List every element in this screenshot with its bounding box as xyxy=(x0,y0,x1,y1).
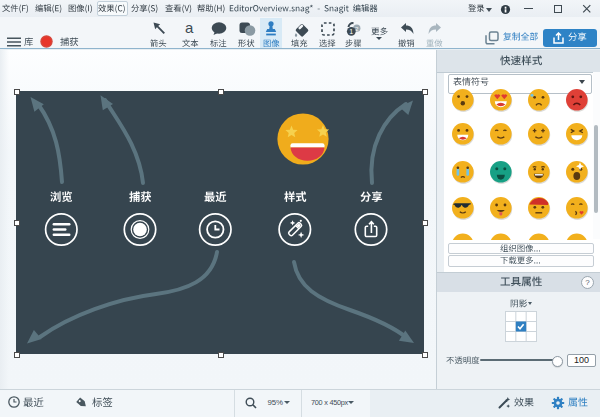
svg-text:1: 1 xyxy=(349,28,353,35)
svg-text:2: 2 xyxy=(355,25,359,32)
